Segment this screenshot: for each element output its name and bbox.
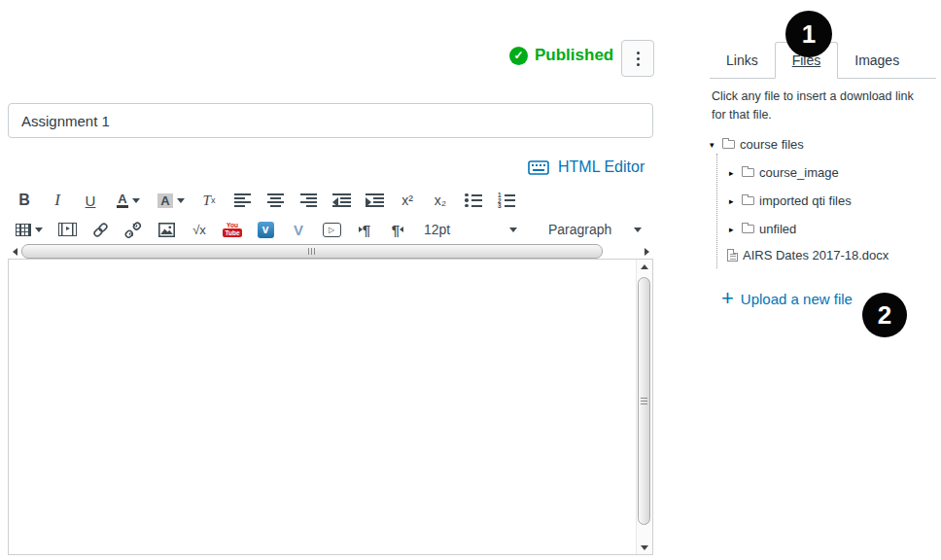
text-color-icon: A [117,192,127,208]
folder-icon [742,168,754,177]
rce-toolbar-row1: B I U A A Tx x² x₂ 1 2 3 [8,187,523,214]
paragraph-format-value: Paragraph [548,222,611,237]
folder-icon [742,196,754,205]
italic-button[interactable]: I [41,188,74,213]
tree-label: imported qti files [759,193,852,208]
tree-item-airs-dates-file[interactable]: AIRS Dates 2017-18.docx [727,248,889,262]
youtube-icon: You Tube [223,222,241,237]
tree-label: course_image [759,165,839,180]
scroll-down-button[interactable] [637,541,652,554]
chevron-down-icon [634,228,642,232]
font-size-value: 12pt [424,222,450,237]
editor-horizontal-scrollbar[interactable] [8,243,653,260]
align-right-icon [300,193,317,207]
background-color-button[interactable]: A [150,188,192,213]
html-editor-label: HTML Editor [558,158,645,176]
text-color-button[interactable]: A [107,188,150,213]
keyboard-icon [528,160,549,175]
tab-images[interactable]: Images [838,44,916,78]
horizontal-scroll-track[interactable] [21,244,640,259]
vimeo-button[interactable]: v [249,217,282,242]
editor-vertical-scrollbar[interactable] [636,260,652,554]
bullet-list-button[interactable] [457,188,490,213]
tree-item-unfiled[interactable]: ▸ unfiled [729,222,796,236]
outdent-button[interactable] [325,188,358,213]
folder-icon [722,140,735,149]
align-center-button[interactable] [259,188,292,213]
arrow-down-icon [641,545,648,550]
vertical-scroll-track[interactable] [637,273,652,541]
step-badge-2: 2 [862,293,907,337]
scroll-right-button[interactable] [640,244,653,259]
scroll-left-button[interactable] [8,244,21,259]
clear-formatting-button[interactable]: Tx [192,188,226,213]
html-editor-link[interactable]: HTML Editor [528,158,645,176]
tree-item-course-image[interactable]: ▸ course_image [729,165,839,180]
embed-media-button[interactable]: ▷ [315,217,348,242]
font-size-select[interactable]: 12pt [416,217,525,242]
tab-links[interactable]: Links [710,44,775,78]
ltr-paragraph-button[interactable]: ¶ [348,217,381,242]
media-button[interactable] [51,217,84,242]
vertical-scroll-thumb[interactable] [638,277,650,525]
grip-icon [641,398,647,405]
caret-right-icon[interactable]: ▸ [729,225,737,234]
files-instruction-text: Click any file to insert a download link… [712,88,918,125]
youtube-button[interactable]: You Tube [216,217,249,242]
published-status: ✓ Published [509,46,613,65]
tree-item-course-files[interactable]: ▾ course files [710,137,804,152]
align-left-button[interactable] [226,188,259,213]
link-button[interactable] [84,217,117,242]
caret-right-icon[interactable]: ▸ [729,196,737,206]
link-icon [92,222,109,238]
arrow-up-icon [641,264,648,269]
chevron-down-icon[interactable] [35,228,43,232]
step-badge-1: 1 [785,11,832,57]
unlink-button[interactable] [117,217,150,242]
ltr-icon: ¶ [359,222,370,238]
tree-label: AIRS Dates 2017-18.docx [743,248,889,262]
bold-button[interactable]: B [8,188,41,213]
v-icon: V [294,222,303,238]
underline-button[interactable]: U [74,188,107,213]
scroll-up-button[interactable] [637,260,652,273]
bullet-list-icon [465,193,482,207]
unlink-icon [124,222,142,238]
rtl-paragraph-button[interactable]: ¶ [381,217,414,242]
document-icon [727,249,738,262]
caret-down-icon[interactable]: ▾ [710,140,717,150]
align-center-icon [267,193,284,207]
assignment-title-input[interactable] [8,103,653,138]
assignment-options-button[interactable] [621,40,654,77]
published-check-icon: ✓ [509,47,528,65]
chevron-down-icon [509,228,517,232]
background-color-icon: A [157,193,172,208]
paragraph-format-select[interactable]: Paragraph [540,217,649,242]
chevron-down-icon[interactable] [177,198,185,203]
upload-new-file-link[interactable]: + Upload a new file [721,289,853,308]
tree-guide-line [716,154,717,268]
caret-right-icon[interactable]: ▸ [729,168,737,178]
tree-item-imported-qti-files[interactable]: ▸ imported qti files [729,193,852,208]
play-icon: ▷ [323,223,341,237]
outdent-icon [332,193,351,207]
plus-icon: + [721,289,734,308]
video-plugin-button[interactable]: V [282,217,315,242]
align-right-button[interactable] [292,188,325,213]
horizontal-scroll-thumb[interactable] [21,244,603,259]
chevron-down-icon[interactable] [132,198,140,203]
arrow-left-icon [13,248,17,256]
numbered-list-icon: 1 2 3 [498,193,515,207]
rce-editor-body[interactable] [8,259,653,555]
numbered-list-button[interactable]: 1 2 3 [490,188,523,213]
kebab-icon [637,52,640,54]
superscript-button[interactable]: x² [391,188,424,213]
tree-label: course files [740,137,804,152]
equation-button[interactable]: √x [183,217,216,242]
image-button[interactable] [150,217,183,242]
table-button[interactable] [8,217,51,242]
align-left-icon [234,193,251,207]
vimeo-icon: v [258,222,274,238]
subscript-button[interactable]: x₂ [424,188,457,213]
indent-button[interactable] [358,188,391,213]
